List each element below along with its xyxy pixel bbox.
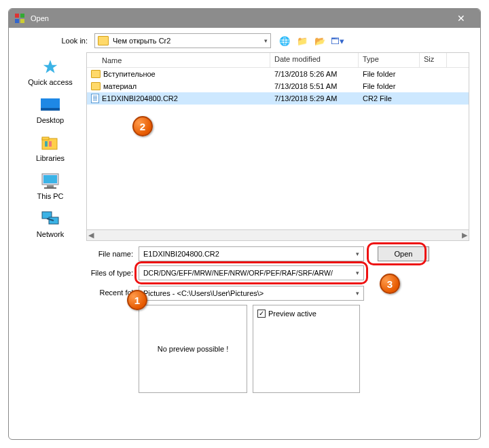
places-bar: Quick access Desktop Libraries This PC N… — [20, 52, 81, 393]
place-libraries[interactable]: Libraries — [20, 134, 81, 162]
up-icon[interactable]: 📁 — [295, 34, 309, 48]
lookin-label: Look in: — [20, 37, 94, 45]
titlebar: Open ✕ — [9, 9, 480, 28]
list-row[interactable]: Вступительное 7/13/2018 5:26 AM File fol… — [87, 68, 469, 80]
file-list[interactable]: Name Date modified Type Siz Вступительно… — [86, 52, 469, 230]
svg-rect-7 — [42, 137, 49, 140]
list-header[interactable]: Name Date modified Type Siz — [87, 53, 469, 68]
svg-rect-12 — [47, 185, 54, 187]
chevron-down-icon: ▾ — [356, 269, 359, 276]
svg-rect-3 — [20, 19, 24, 23]
svg-rect-11 — [43, 175, 57, 183]
col-type[interactable]: Type — [359, 53, 420, 67]
folder-icon — [91, 82, 101, 90]
app-icon — [14, 13, 25, 24]
preview-box: No preview possible ! — [139, 305, 247, 393]
views-icon[interactable]: 🗔▾ — [331, 34, 344, 48]
open-button[interactable]: Open — [378, 246, 429, 261]
newfolder-icon[interactable]: 📂 — [313, 34, 327, 48]
col-size[interactable]: Siz — [420, 53, 447, 67]
filetype-dropdown[interactable]: DCR/DNG/EFF/MRW/NEF/NRW/ORF/PEF/RAF/SRF/… — [139, 265, 364, 280]
filename-label: File name: — [86, 250, 139, 258]
badge-2: 2 — [132, 116, 153, 136]
place-quick-access[interactable]: Quick access — [20, 58, 81, 86]
place-thispc[interactable]: This PC — [20, 172, 81, 200]
lookin-dropdown[interactable]: Чем открыть Cr2 ▾ — [94, 33, 271, 48]
badge-1: 1 — [127, 290, 147, 310]
svg-rect-1 — [20, 14, 24, 18]
file-icon — [91, 94, 99, 103]
col-name[interactable]: Name — [87, 53, 270, 67]
svg-rect-8 — [45, 141, 48, 147]
chevron-down-icon: ▾ — [356, 290, 359, 297]
h-scrollbar[interactable]: ◀▶ — [86, 230, 469, 241]
filename-input[interactable]: E1DXINBI204800.CR2▾ — [139, 246, 364, 261]
close-button[interactable]: ✕ — [448, 9, 475, 28]
chevron-down-icon: ▾ — [356, 250, 359, 257]
col-date[interactable]: Date modified — [270, 53, 359, 67]
list-row[interactable]: материал 7/13/2018 5:51 AM File folder — [87, 80, 469, 92]
place-network[interactable]: Network — [20, 210, 81, 238]
chevron-down-icon: ▾ — [264, 37, 268, 44]
svg-rect-2 — [15, 19, 19, 23]
preview-active-checkbox[interactable]: ✓Preview active — [257, 310, 316, 318]
window-title: Open — [31, 14, 448, 22]
lookin-value: Чем открыть Cr2 — [113, 37, 170, 45]
svg-rect-0 — [15, 14, 19, 18]
folder-icon — [98, 36, 109, 45]
preview-active-box: ✓Preview active — [253, 305, 360, 393]
list-row-selected[interactable]: E1DXINBI204800.CR2 7/13/2018 5:29 AM CR2… — [87, 92, 469, 105]
recent-dropdown[interactable]: Pictures - <C:\Users\User\Pictures\>▾ — [139, 286, 364, 301]
place-desktop[interactable]: Desktop — [20, 96, 81, 124]
svg-rect-9 — [49, 141, 52, 147]
folder-icon — [91, 70, 101, 78]
filetype-label: Files of type: — [86, 269, 139, 277]
svg-rect-5 — [41, 108, 60, 111]
back-icon[interactable]: 🌐 — [278, 34, 291, 48]
svg-rect-13 — [44, 187, 56, 189]
badge-3: 3 — [380, 274, 400, 294]
